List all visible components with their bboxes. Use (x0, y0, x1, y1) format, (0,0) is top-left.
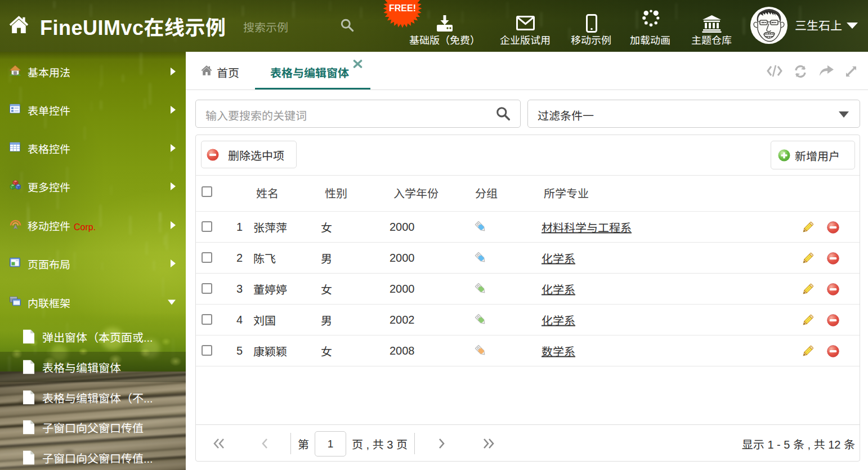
svg-text:FREE!: FREE! (389, 3, 416, 13)
